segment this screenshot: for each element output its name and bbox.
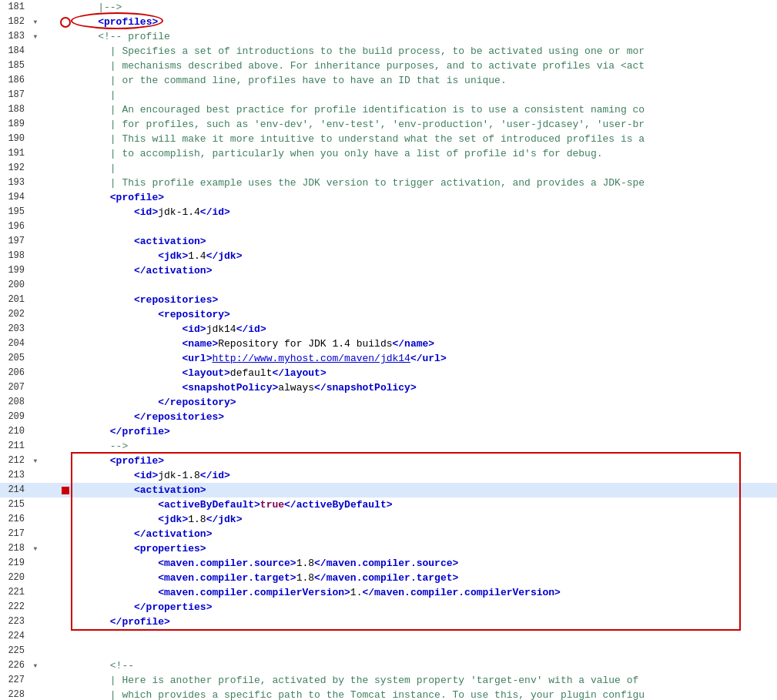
gutter: 227 <box>0 673 60 688</box>
fold-icon[interactable]: ▼ <box>29 15 42 29</box>
breakpoint-area[interactable] <box>60 249 71 263</box>
line-218: 218▼ <properties> <box>0 541 777 556</box>
breakpoint-area[interactable] <box>60 468 71 483</box>
breakpoint-circle[interactable] <box>60 17 71 28</box>
breakpoint-square[interactable] <box>62 487 69 494</box>
line-206: 206 <layout>default</layout> <box>0 366 777 380</box>
line-185: 185 | mechanisms described above. For in… <box>0 59 777 73</box>
gutter: 188 <box>0 102 60 117</box>
breakpoint-area[interactable] <box>60 395 71 410</box>
breakpoint-area[interactable] <box>60 483 71 497</box>
gutter: 207 <box>0 380 60 395</box>
line-194: 194 <profile> <box>0 190 777 205</box>
line-201: 201 <repositories> <box>0 293 777 307</box>
line-191: 191 | to accomplish, particularly when y… <box>0 146 777 161</box>
line-number: 211 <box>0 439 29 454</box>
code-line-content: | which provides a specific path to the … <box>71 688 777 700</box>
breakpoint-area[interactable] <box>60 15 71 29</box>
line-182: 182▼ <profiles> <box>0 15 777 29</box>
breakpoint-area[interactable] <box>60 263 71 278</box>
line-number: 212 <box>0 454 29 468</box>
breakpoint-area[interactable] <box>60 278 71 293</box>
code-line-content: <url>http://www.myhost.com/maven/jdk14</… <box>71 351 777 366</box>
breakpoint-area[interactable] <box>60 88 71 102</box>
breakpoint-area[interactable] <box>60 59 71 73</box>
breakpoint-area[interactable] <box>60 102 71 117</box>
fold-icon[interactable]: ▼ <box>29 541 42 556</box>
line-199: 199 </activation> <box>0 263 777 278</box>
breakpoint-area[interactable] <box>60 205 71 219</box>
breakpoint-area[interactable] <box>60 585 71 600</box>
code-line-content <box>71 629 777 644</box>
line-number: 214 <box>0 483 29 497</box>
line-205: 205 <url>http://www.myhost.com/maven/jdk… <box>0 351 777 366</box>
breakpoint-area[interactable] <box>60 322 71 337</box>
breakpoint-area[interactable] <box>60 190 71 205</box>
line-number: 213 <box>0 468 29 483</box>
breakpoint-area[interactable] <box>60 73 71 88</box>
gutter: 221 <box>0 585 60 600</box>
fold-icon[interactable]: ▼ <box>29 29 42 44</box>
code-line-content: </repository> <box>71 395 777 410</box>
gutter: 183▼ <box>0 29 60 44</box>
gutter: 215 <box>0 497 60 512</box>
breakpoint-area[interactable] <box>60 673 71 688</box>
code-line-content: <repository> <box>71 307 777 322</box>
line-183: 183▼ <!-- profile <box>0 29 777 44</box>
gutter: 184 <box>0 44 60 59</box>
breakpoint-area[interactable] <box>60 629 71 644</box>
breakpoint-area[interactable] <box>60 161 71 176</box>
breakpoint-area[interactable] <box>60 541 71 556</box>
gutter: 226▼ <box>0 658 60 673</box>
breakpoint-area[interactable] <box>60 337 71 351</box>
fold-icon[interactable]: ▼ <box>29 658 42 673</box>
line-number: 189 <box>0 117 29 132</box>
breakpoint-area[interactable] <box>60 146 71 161</box>
line-number: 186 <box>0 73 29 88</box>
code-line-content: <snapshotPolicy>always</snapshotPolicy> <box>71 380 777 395</box>
code-line-content: <maven.compiler.compilerVersion>1.</mave… <box>71 585 777 600</box>
breakpoint-area[interactable] <box>60 424 71 439</box>
breakpoint-area[interactable] <box>60 293 71 307</box>
gutter: 182▼ <box>0 15 60 29</box>
breakpoint-area[interactable] <box>60 29 71 44</box>
breakpoint-area[interactable] <box>60 527 71 541</box>
breakpoint-area[interactable] <box>60 351 71 366</box>
line-number: 198 <box>0 249 29 263</box>
line-number: 188 <box>0 102 29 117</box>
breakpoint-area[interactable] <box>60 556 71 571</box>
breakpoint-area[interactable] <box>60 234 71 249</box>
breakpoint-area[interactable] <box>60 454 71 468</box>
breakpoint-area[interactable] <box>60 512 71 527</box>
breakpoint-area[interactable] <box>60 439 71 454</box>
breakpoint-area[interactable] <box>60 176 71 190</box>
breakpoint-area[interactable] <box>60 0 71 15</box>
line-225: 225 <box>0 644 777 658</box>
gutter: 213 <box>0 468 60 483</box>
breakpoint-area[interactable] <box>60 380 71 395</box>
breakpoint-area[interactable] <box>60 658 71 673</box>
breakpoint-area[interactable] <box>60 132 71 146</box>
breakpoint-area[interactable] <box>60 410 71 424</box>
breakpoint-area[interactable] <box>60 219 71 234</box>
gutter: 224 <box>0 629 60 644</box>
breakpoint-area[interactable] <box>60 571 71 585</box>
gutter: 198 <box>0 249 60 263</box>
breakpoint-area[interactable] <box>60 688 71 700</box>
line-number: 216 <box>0 512 29 527</box>
gutter: 210 <box>0 424 60 439</box>
breakpoint-area[interactable] <box>60 366 71 380</box>
line-204: 204 <name>Repository for JDK 1.4 builds<… <box>0 337 777 351</box>
breakpoint-area[interactable] <box>60 615 71 629</box>
breakpoint-area[interactable] <box>60 117 71 132</box>
line-212: 212▼ <profile> <box>0 454 777 468</box>
breakpoint-area[interactable] <box>60 497 71 512</box>
gutter: 222 <box>0 600 60 615</box>
breakpoint-area[interactable] <box>60 44 71 59</box>
breakpoint-area[interactable] <box>60 644 71 658</box>
breakpoint-area[interactable] <box>60 600 71 615</box>
breakpoint-area[interactable] <box>60 307 71 322</box>
fold-icon[interactable]: ▼ <box>29 454 42 468</box>
line-number: 223 <box>0 615 29 629</box>
line-197: 197 <activation> <box>0 234 777 249</box>
